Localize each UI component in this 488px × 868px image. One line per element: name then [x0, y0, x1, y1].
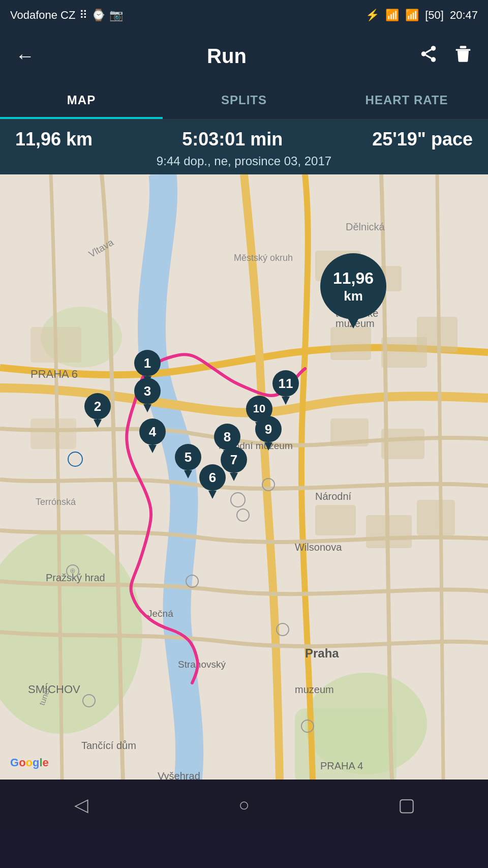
svg-text:PRAHA 6: PRAHA 6 — [30, 368, 78, 380]
status-left: Vodafone CZ ⠿ ⌚ 📷 — [10, 9, 123, 22]
svg-text:PRAHA 4: PRAHA 4 — [320, 760, 363, 771]
stats-bar: 11,96 km 5:03:01 min 25'19" pace 9:44 do… — [0, 119, 488, 174]
svg-rect-6 — [460, 46, 467, 48]
carrier-text: Vodafone CZ — [10, 9, 75, 22]
svg-text:Ječná: Ječná — [147, 608, 173, 619]
dots-icon: ⠿ — [79, 9, 87, 22]
svg-rect-23 — [30, 418, 76, 449]
end-distance-pin: 11,96 km — [320, 253, 386, 319]
signal-icon: 📶 — [405, 9, 419, 22]
map-area[interactable]: PRAHA 6 Pražský hrad SMÍCHOV Praha Národ… — [0, 174, 488, 780]
nav-back-button[interactable]: ◁ — [61, 785, 102, 825]
svg-text:muzeum: muzeum — [295, 684, 334, 695]
svg-rect-19 — [315, 505, 356, 535]
nav-home-button[interactable]: ○ — [224, 785, 264, 825]
waypoint-11: 11 — [272, 370, 299, 405]
svg-rect-20 — [366, 515, 412, 548]
svg-text:Národní: Národní — [315, 491, 352, 502]
svg-text:Strahovský: Strahovský — [178, 659, 226, 670]
back-button[interactable]: ← — [15, 45, 35, 67]
stat-distance: 11,96 km — [15, 129, 93, 150]
svg-text:Terrónská: Terrónská — [36, 497, 76, 507]
nav-recent-button[interactable]: ▢ — [386, 785, 427, 825]
waypoint-3: 3 — [134, 378, 161, 412]
waypoint-10: 10 — [246, 396, 272, 430]
waypoint-4: 4 — [139, 418, 166, 453]
bottom-nav: ◁ ○ ▢ — [0, 780, 488, 830]
svg-line-4 — [426, 49, 432, 52]
stat-pace: 25'19" pace — [372, 129, 473, 150]
svg-rect-16 — [417, 317, 458, 352]
svg-text:Wilsonova: Wilsonova — [295, 542, 342, 553]
svg-text:Dělnická: Dělnická — [346, 221, 385, 232]
tab-heart-rate[interactable]: HEART RATE — [325, 81, 488, 119]
stats-row: 11,96 km 5:03:01 min 25'19" pace — [15, 129, 473, 150]
svg-rect-18 — [381, 429, 424, 459]
app-header: ← Run — [0, 31, 488, 81]
waypoint-2: 2 — [84, 393, 111, 428]
svg-rect-5 — [456, 49, 471, 51]
svg-line-3 — [426, 55, 432, 58]
watch-icon: ⌚ — [92, 9, 105, 22]
svg-point-0 — [431, 46, 436, 51]
tab-splits[interactable]: SPLITS — [163, 81, 325, 119]
svg-point-1 — [421, 51, 426, 56]
svg-rect-22 — [30, 327, 81, 363]
svg-text:SMÍCHOV: SMÍCHOV — [28, 683, 80, 696]
bluetooth-icon: ⚡ — [365, 9, 379, 22]
svg-point-2 — [431, 57, 436, 62]
svg-text:Tančící dům: Tančící dům — [81, 740, 136, 751]
svg-text:⊕: ⊕ — [70, 566, 76, 575]
wifi-icon: 📶 — [385, 9, 399, 22]
share-button[interactable] — [419, 44, 438, 68]
status-bar: Vodafone CZ ⠿ ⌚ 📷 ⚡ 📶 📶 [50] 20:47 — [0, 0, 488, 31]
header-actions — [419, 44, 473, 68]
svg-text:Praha: Praha — [305, 646, 339, 660]
status-right: ⚡ 📶 📶 [50] 20:47 — [365, 9, 478, 22]
waypoint-8: 8 — [214, 424, 240, 458]
page-title: Run — [207, 45, 247, 68]
svg-rect-14 — [330, 327, 371, 360]
waypoint-5: 5 — [175, 444, 201, 478]
stats-datetime: 9:44 dop., ne, prosince 03, 2017 — [15, 154, 473, 168]
svg-text:Městský okruh: Městský okruh — [234, 253, 293, 263]
tab-map[interactable]: MAP — [0, 81, 163, 119]
tab-bar: MAP SPLITS HEART RATE — [0, 81, 488, 119]
svg-text:Vyšehrad: Vyšehrad — [158, 770, 200, 780]
battery-icon: [50] — [425, 9, 444, 22]
svg-rect-21 — [417, 500, 455, 535]
time-display: 20:47 — [450, 9, 478, 22]
delete-button[interactable] — [453, 44, 473, 68]
stat-duration: 5:03:01 min — [182, 129, 283, 150]
camera-icon: 📷 — [109, 9, 123, 22]
svg-rect-17 — [330, 418, 369, 446]
google-logo: Google — [10, 756, 49, 769]
